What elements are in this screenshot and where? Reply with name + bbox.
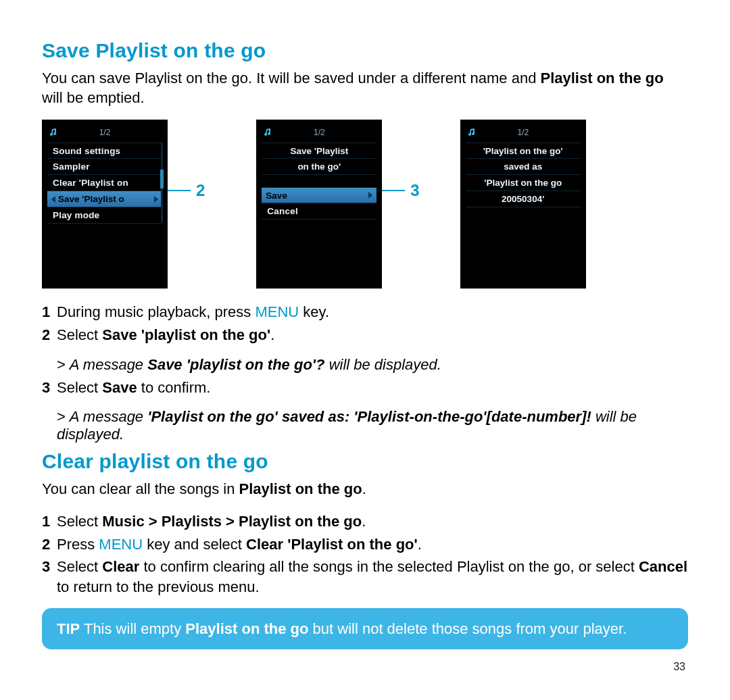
spacer bbox=[420, 120, 460, 289]
list-item-label: Save bbox=[266, 191, 287, 201]
device-message: Save 'Playlist on the go' bbox=[262, 140, 376, 187]
intro-clear: You can clear all the songs in Playlist … bbox=[42, 480, 688, 499]
steps-save: 1 During music playback, press MENU key.… bbox=[42, 302, 688, 345]
text-bold: Save 'playlist on the go' bbox=[102, 326, 270, 343]
message-line: 'Playlist on the go' bbox=[466, 143, 581, 159]
text-bold: Clear 'Playlist on the go' bbox=[246, 536, 418, 553]
step-text: During music playback, press MENU key. bbox=[57, 302, 688, 322]
list-item: Cancel bbox=[262, 203, 376, 220]
caret-icon: > bbox=[57, 356, 66, 373]
step-item: 3 Select Clear to confirm clearing all t… bbox=[42, 557, 688, 597]
step-text: Select Clear to confirm clearing all the… bbox=[57, 557, 688, 597]
text-bold: Music > Playlists > Playlist on the go bbox=[102, 513, 362, 530]
callout-number-3: 3 bbox=[410, 181, 419, 200]
device-1-wrap: 1/2 Sound settings Sampler Clear 'Playli… bbox=[42, 120, 205, 289]
tip-label: TIP bbox=[57, 620, 80, 637]
key-menu: MENU bbox=[99, 536, 143, 553]
step-text: Press MENU key and select Clear 'Playlis… bbox=[57, 534, 688, 555]
text-bold: Save bbox=[102, 379, 137, 396]
device-row: 1/2 Sound settings Sampler Clear 'Playli… bbox=[42, 120, 688, 289]
device-list: Sound settings Sampler Clear 'Playlist o… bbox=[47, 143, 162, 224]
text-bold: Clear bbox=[102, 558, 139, 575]
heading-clear-playlist: Clear playlist on the go bbox=[42, 450, 688, 473]
device-3-wrap: 1/2 'Playlist on the go' saved as 'Playl… bbox=[460, 120, 586, 289]
caret-icon: > bbox=[57, 408, 66, 425]
text: Press bbox=[57, 536, 99, 553]
text: This will empty bbox=[80, 620, 185, 637]
text-bold: Playlist on the go bbox=[540, 70, 663, 86]
step-number: 1 bbox=[42, 302, 57, 322]
text: key. bbox=[299, 303, 329, 320]
list-item-label: Save 'Playlist o bbox=[58, 194, 124, 204]
step-text: Select Save to confirm. bbox=[57, 378, 688, 398]
message-line: on the go' bbox=[262, 159, 376, 175]
device-2-wrap: 1/2 Save 'Playlist on the go' Save Cance… bbox=[256, 120, 419, 289]
step-item: 1 During music playback, press MENU key. bbox=[42, 302, 688, 322]
text-bold: Playlist on the go bbox=[239, 480, 362, 497]
device-topbar: 1/2 bbox=[47, 125, 162, 140]
device-counter: 1/2 bbox=[47, 128, 162, 137]
text: to confirm clearing all the songs in the… bbox=[139, 558, 639, 575]
steps-save-cont: 3 Select Save to confirm. bbox=[42, 378, 688, 398]
message-line: 20050304' bbox=[466, 191, 581, 207]
step-number: 1 bbox=[42, 511, 57, 532]
list-item: Sound settings bbox=[47, 143, 162, 159]
text: . bbox=[362, 513, 366, 530]
list-item-selected: Save bbox=[262, 187, 376, 203]
step-number: 3 bbox=[42, 378, 57, 398]
text: to confirm. bbox=[137, 379, 211, 396]
text: but will not delete those songs from you… bbox=[308, 620, 627, 637]
message-line: Save 'Playlist bbox=[262, 143, 376, 159]
step-result: >A message Save 'playlist on the go'? wi… bbox=[57, 356, 688, 374]
list-item: Sampler bbox=[47, 159, 162, 175]
callout-connector bbox=[382, 190, 405, 191]
text: to return to the previous menu. bbox=[57, 578, 260, 595]
step-text: Select Music > Playlists > Playlist on t… bbox=[57, 511, 688, 532]
text-bold: Cancel bbox=[639, 558, 687, 575]
step-item: 2 Press MENU key and select Clear 'Playl… bbox=[42, 534, 688, 555]
device-screen-2: 1/2 Save 'Playlist on the go' Save Cance… bbox=[256, 120, 382, 289]
step-item: 3 Select Save to confirm. bbox=[42, 378, 688, 398]
text-bold: Playlist on the go bbox=[185, 620, 308, 637]
step-number: 2 bbox=[42, 325, 57, 345]
text: . bbox=[418, 536, 422, 553]
device-screen-3: 1/2 'Playlist on the go' saved as 'Playl… bbox=[460, 120, 586, 289]
list-item: Play mode bbox=[47, 207, 162, 224]
key-menu: MENU bbox=[255, 303, 299, 320]
text: . bbox=[362, 480, 366, 497]
step-text: Select Save 'playlist on the go'. bbox=[57, 325, 688, 345]
callout-connector bbox=[168, 190, 191, 191]
device-screen-1: 1/2 Sound settings Sampler Clear 'Playli… bbox=[42, 120, 168, 289]
message-line: 'Playlist on the go bbox=[466, 175, 581, 191]
tip-box: TIP This will empty Playlist on the go b… bbox=[42, 608, 688, 650]
text: Select bbox=[57, 326, 102, 343]
spacer bbox=[205, 120, 256, 289]
text: You can save Playlist on the go. It will… bbox=[42, 70, 540, 86]
text-italic: A message 'Playlist on the go' saved as:… bbox=[57, 408, 637, 443]
text: key and select bbox=[143, 536, 246, 553]
chevron-right-icon bbox=[154, 196, 158, 203]
message-line: saved as bbox=[466, 159, 581, 175]
message-gap bbox=[262, 175, 376, 187]
text: During music playback, press bbox=[57, 303, 255, 320]
list-item: Clear 'Playlist on bbox=[47, 175, 162, 191]
step-item: 2 Select Save 'playlist on the go'. bbox=[42, 325, 688, 345]
chevron-right-icon bbox=[368, 192, 372, 199]
step-number: 2 bbox=[42, 534, 57, 555]
heading-save-playlist: Save Playlist on the go bbox=[42, 39, 688, 62]
text: Select bbox=[57, 513, 102, 530]
text-italic: A message Save 'playlist on the go'? wil… bbox=[70, 356, 441, 373]
page-number: 33 bbox=[673, 661, 685, 673]
callout-number-2: 2 bbox=[196, 181, 205, 200]
device-topbar: 1/2 bbox=[466, 125, 581, 140]
text: Select bbox=[57, 379, 102, 396]
steps-clear: 1 Select Music > Playlists > Playlist on… bbox=[42, 511, 688, 597]
step-number: 3 bbox=[42, 557, 57, 597]
list-item-selected: Save 'Playlist o bbox=[47, 191, 162, 207]
device-counter: 1/2 bbox=[262, 128, 376, 137]
scrollbar-thumb bbox=[160, 170, 164, 189]
step-result: >A message 'Playlist on the go' saved as… bbox=[57, 408, 688, 443]
text: You can clear all the songs in bbox=[42, 480, 239, 497]
device-counter: 1/2 bbox=[466, 128, 581, 137]
device-message: 'Playlist on the go' saved as 'Playlist … bbox=[466, 140, 581, 207]
